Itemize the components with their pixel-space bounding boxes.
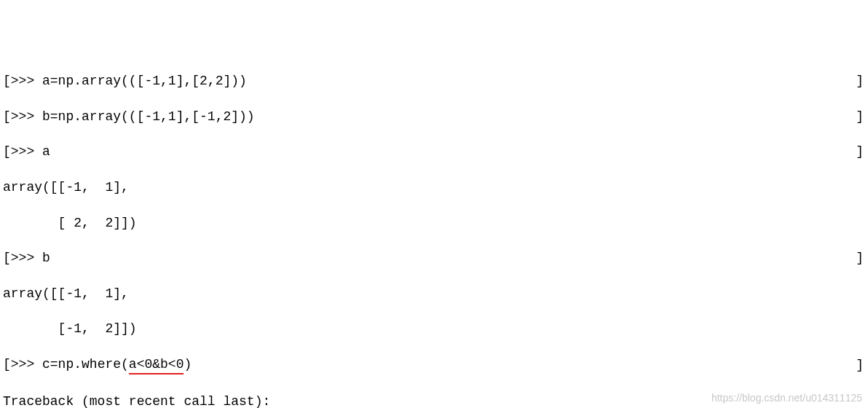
code-text: >>> c=np.where( — [11, 356, 129, 374]
terminal-line-4: array([[-1, 1], — [3, 178, 865, 196]
close-bracket: ] — [856, 143, 865, 160]
open-bracket: [ — [3, 249, 11, 267]
terminal-line-3: [>>> a ] — [3, 143, 865, 160]
terminal-line-6: [>>> b ] — [3, 249, 865, 267]
close-bracket: ] — [856, 249, 865, 267]
terminal-line-2: [>>> b=np.array(([-1,1],[-1,2])) ] — [3, 108, 865, 125]
terminal-line-9: [>>> c=np.where(a<0&b<0) ] — [3, 356, 865, 374]
code-text: >>> a — [11, 143, 50, 160]
close-bracket: ] — [856, 108, 865, 125]
open-bracket: [ — [3, 143, 11, 160]
terminal-line-7: array([[-1, 1], — [3, 285, 865, 302]
open-bracket: [ — [3, 356, 11, 374]
terminal-line-8: [-1, 2]]) — [3, 320, 865, 337]
error-text: Traceback (most recent call last): — [3, 394, 270, 408]
code-text: >>> b — [11, 249, 50, 267]
output-text: [-1, 2]]) — [3, 321, 137, 336]
watermark-text: https://blog.csdn.net/u014311125 — [711, 391, 862, 405]
code-text: >>> b=np.array(([-1,1],[-1,2])) — [11, 108, 255, 125]
open-bracket: [ — [3, 72, 11, 90]
code-text: ) — [184, 356, 192, 374]
terminal-line-5: [ 2, 2]]) — [3, 214, 865, 232]
output-text: array([[-1, 1], — [3, 286, 129, 301]
close-bracket: ] — [856, 356, 865, 374]
open-bracket: [ — [3, 108, 11, 125]
highlighted-expression: a<0&b<0 — [129, 356, 184, 374]
output-text: array([[-1, 1], — [3, 180, 129, 195]
code-text: >>> a=np.array(([-1,1],[2,2])) — [11, 72, 247, 90]
close-bracket: ] — [856, 72, 865, 90]
terminal-line-1: [>>> a=np.array(([-1,1],[2,2])) ] — [3, 72, 865, 90]
output-text: [ 2, 2]]) — [3, 216, 137, 230]
